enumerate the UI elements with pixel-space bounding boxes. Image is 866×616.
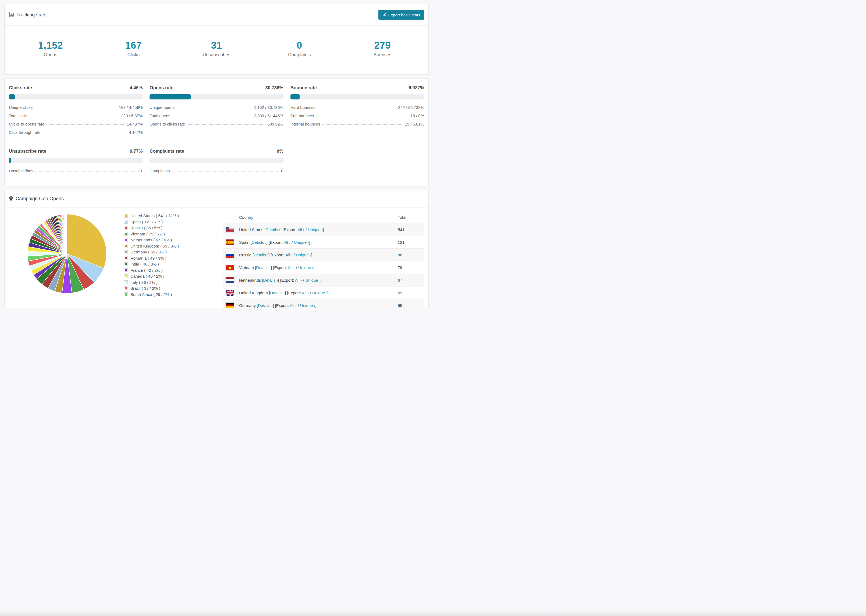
rate-detail-row: Hard bounces242 / 86.738%: [290, 105, 424, 110]
export-all-link[interactable]: All ›: [290, 303, 297, 308]
geo-opens-title: Campaign Geo Opens: [9, 196, 64, 201]
geo-table-row-es: Spain [Details ›] [Export: All › / Uniqu…: [223, 236, 424, 248]
export-unique-link[interactable]: Unique ›: [298, 265, 313, 270]
export-all-link[interactable]: All ›: [283, 240, 290, 245]
legend-label: United Kingdom ( 59 / 3% ): [131, 244, 179, 248]
legend-item: Brazil ( 33 / 2% ): [124, 286, 207, 291]
geo-table-header: CountryTotal: [223, 211, 424, 223]
geo-opens-card: Campaign Geo Opens United States ( 541 /…: [4, 190, 429, 308]
geo-table-row-us: United States [Details ›] [Export: All ›…: [223, 223, 424, 236]
column-total: Total: [398, 215, 406, 220]
export-icon: [383, 13, 386, 17]
details-link[interactable]: Details ›: [265, 227, 280, 232]
total-cell: 79: [398, 265, 402, 270]
export-unique-link[interactable]: Unique ›: [308, 227, 323, 232]
total-cell: 55: [398, 303, 402, 308]
stat-box-bounces: 279Bounces: [341, 30, 424, 70]
dotted-leader: [172, 116, 252, 116]
detail-value: 2,303 / 61.446%: [254, 113, 283, 118]
rate-detail-row: Unsubscribes31: [9, 168, 143, 173]
rate-value: 6.927%: [409, 85, 424, 91]
total-cell: 59: [398, 291, 402, 295]
detail-label: Hard bounces: [290, 105, 315, 110]
bar-chart-icon: [9, 13, 14, 17]
details-link[interactable]: Details ›: [270, 291, 285, 295]
legend-swatch: [124, 274, 128, 278]
detail-value: 689.82%: [267, 122, 283, 126]
details-link[interactable]: Details ›: [254, 253, 268, 257]
legend-swatch: [124, 250, 128, 254]
rate-progress-bar: [150, 94, 283, 99]
summary-stats-row: 1,152Opens167Clicks31Unsubscribes0Compla…: [9, 30, 424, 70]
detail-value: 167 / 4.456%: [119, 105, 143, 110]
legend-swatch: [124, 226, 128, 230]
export-unique-link[interactable]: Unique ›: [296, 253, 311, 257]
details-link[interactable]: Details ›: [252, 240, 266, 245]
rate-title: Complaints rate: [150, 149, 184, 154]
dotted-leader: [176, 108, 252, 108]
rate-detail-row: Complaints0: [150, 168, 283, 173]
legend-swatch: [124, 268, 128, 272]
export-all-link[interactable]: All ›: [302, 291, 309, 295]
geo-table-row-nl: Netherlands [Details ›] [Export: All › /…: [223, 273, 424, 286]
legend-swatch: [124, 280, 128, 284]
legend-label: Romania ( 49 / 3% ): [131, 256, 166, 261]
stat-label: Unsubscribes: [175, 52, 258, 58]
detail-label: Internal bounces: [290, 122, 320, 126]
stat-label: Opens: [9, 52, 92, 58]
legend-label: India ( 46 / 3% ): [131, 262, 159, 266]
export-unique-link[interactable]: Unique ›: [312, 291, 328, 295]
dotted-leader: [322, 124, 403, 125]
legend-label: France ( 42 / 2% ): [131, 268, 163, 272]
export-button-label: Export basic stats: [388, 13, 420, 17]
country-cell: Spain [Details ›] [Export: All › / Uniqu…: [239, 240, 398, 245]
stat-value: 0: [258, 40, 341, 51]
tracking-stats-header: Tracking stats Export basic stats: [5, 4, 428, 25]
rate-detail-row: Click through rate4.147%: [9, 130, 143, 135]
legend-label: Brazil ( 33 / 2% ): [131, 286, 160, 291]
legend-item: Spain ( 121 / 7% ): [124, 220, 207, 224]
export-all-link[interactable]: All ›: [295, 278, 302, 283]
legend-label: Spain ( 121 / 7% ): [131, 220, 163, 224]
legend-swatch: [124, 232, 128, 236]
rate-progress-bar: [150, 158, 283, 163]
details-link[interactable]: Details ›: [263, 278, 278, 283]
detail-value: 4.147%: [129, 130, 143, 135]
dotted-leader: [35, 171, 136, 171]
vn-flag-icon: [226, 265, 234, 270]
export-all-link[interactable]: All ›: [298, 227, 304, 232]
stat-label: Bounces: [341, 52, 424, 58]
export-all-link[interactable]: All ›: [286, 253, 293, 257]
details-link[interactable]: Details ›: [258, 303, 273, 308]
rate-value: 0.77%: [130, 149, 143, 154]
legend-item: Russia ( 86 / 5% ): [124, 225, 207, 230]
export-unique-link[interactable]: Unique ›: [305, 278, 321, 283]
stat-box-unsubscribes: 31Unsubscribes: [175, 30, 258, 70]
rate-progress-bar: [9, 94, 143, 99]
legend-label: Germany ( 55 / 3% ): [131, 250, 167, 254]
details-link[interactable]: Details ›: [256, 265, 271, 270]
total-cell: 121: [398, 240, 405, 245]
export-all-link[interactable]: All ›: [288, 265, 295, 270]
detail-label: Complaints: [150, 168, 170, 173]
detail-label: Unique opens: [150, 105, 175, 110]
rate-block: Bounce rate6.927%Hard bounces242 / 86.73…: [290, 85, 424, 138]
detail-value: 220 / 5.87%: [121, 113, 143, 118]
geo-opens-body: United States ( 541 / 31% )Spain ( 121 /…: [5, 207, 428, 308]
nl-flag-icon: [226, 277, 234, 283]
country-cell: Russia [Details ›] [Export: All › / Uniq…: [239, 253, 398, 257]
dotted-leader: [35, 108, 117, 108]
rate-value: 4.46%: [130, 85, 143, 91]
export-unique-link[interactable]: Unique ›: [294, 240, 309, 245]
export-unique-link[interactable]: Unique ›: [300, 303, 315, 308]
rate-detail-row: Total opens2,303 / 61.446%: [150, 113, 283, 118]
legend-item: South Africa ( 29 / 2% ): [124, 292, 207, 297]
export-basic-stats-button[interactable]: Export basic stats: [378, 10, 424, 20]
stat-box-clicks: 167Clicks: [92, 30, 175, 70]
detail-value: 14.497%: [127, 122, 143, 126]
detail-value: 19 / 6.81%: [405, 122, 424, 126]
map-pin-icon: [9, 196, 13, 201]
stat-box-opens: 1,152Opens: [9, 30, 92, 70]
legend-item: Italy ( 36 / 2% ): [124, 280, 207, 284]
rate-progress-bar: [9, 158, 143, 163]
